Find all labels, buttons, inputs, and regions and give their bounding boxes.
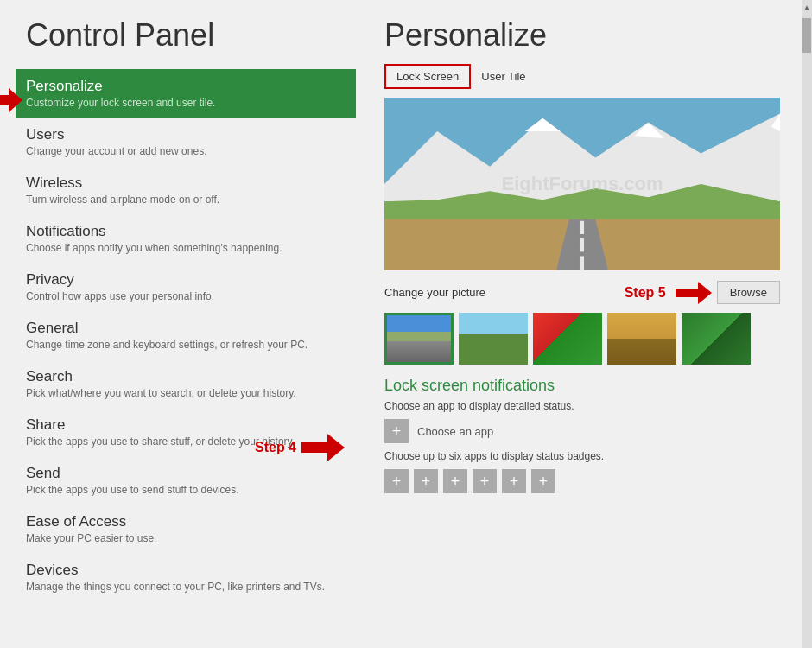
plus-icon-2: + (422, 473, 431, 491)
left-panel: Control Panel Personalize Customize your… (0, 0, 371, 648)
plus-icon: + (392, 422, 402, 441)
sidebar-item-personalize-title: Personalize (26, 78, 346, 95)
thumbnails-row (384, 313, 780, 365)
sidebar-item-ease-of-access-desc: Make your PC easier to use. (26, 532, 346, 544)
svg-rect-10 (580, 221, 584, 234)
sidebar-item-ease-of-access[interactable]: Ease of Access Make your PC easier to us… (26, 505, 346, 553)
detailed-status-desc: Choose an app to display detailed status… (384, 400, 780, 412)
sidebar-item-users-desc: Change your account or add new ones. (26, 145, 346, 157)
sidebar-item-users-title: Users (26, 126, 346, 143)
sidebar-item-general-title: General (26, 320, 346, 337)
sidebar-item-devices-title: Devices (26, 562, 346, 579)
sidebar-item-privacy-title: Privacy (26, 271, 346, 289)
sidebar-item-wireless-title: Wireless (26, 175, 346, 192)
lock-screen-notifications-section: Lock screen notifications Choose an app … (384, 377, 780, 493)
sidebar-item-search-title: Search (26, 368, 346, 385)
sidebar-item-share-title: Share (26, 416, 346, 434)
plus-icon-3: + (451, 473, 460, 491)
step4-label: Step 4 (255, 440, 296, 455)
panel-title: Control Panel (26, 17, 346, 54)
sidebar-item-send-title: Send (26, 465, 346, 482)
change-picture-row: Change your picture Step 5 Browse (384, 281, 780, 304)
add-detailed-app-button[interactable]: + (384, 419, 409, 443)
preview-scene-svg (384, 98, 780, 270)
plus-icon-1: + (392, 473, 402, 491)
lock-screen-preview: EightForums.com (384, 98, 780, 270)
red-arrow-personalize-icon (0, 88, 22, 112)
svg-rect-11 (580, 238, 584, 251)
tab-lock-screen[interactable]: Lock Screen (384, 64, 471, 89)
right-panel-title: Personalize (384, 17, 780, 54)
sidebar-item-notifications-title: Notifications (26, 223, 346, 240)
browse-button[interactable]: Browse (717, 281, 780, 304)
badges-row: + + + + + + (384, 469, 780, 493)
choose-app-label: Choose an app (417, 425, 493, 438)
add-badge-app-button-5[interactable]: + (502, 469, 526, 493)
thumbnail-clover[interactable] (682, 313, 751, 365)
sidebar-item-users[interactable]: Users Change your account or add new one… (26, 118, 346, 166)
tab-user-tile[interactable]: User Tile (471, 66, 536, 87)
sidebar-item-devices[interactable]: Devices Manage the things you connect to… (26, 553, 346, 601)
sidebar-item-wireless-desc: Turn wireless and airplane mode on or of… (26, 194, 346, 206)
sidebar-item-search[interactable]: Search Pick what/where you want to searc… (26, 359, 346, 408)
sidebar-item-devices-desc: Manage the things you connect to your PC… (26, 581, 346, 593)
sidebar-item-send[interactable]: Send Pick the apps you use to send stuff… (26, 456, 346, 505)
step5-arrow-icon (676, 282, 712, 304)
plus-icon-5: + (510, 473, 519, 491)
svg-marker-0 (0, 88, 22, 112)
sidebar-item-privacy[interactable]: Privacy Control how apps use your person… (26, 263, 346, 311)
sidebar-item-personalize[interactable]: Personalize Customize your lock screen a… (16, 69, 356, 118)
plus-icon-6: + (539, 473, 549, 491)
sidebar-item-general-desc: Change time zone and keyboard settings, … (26, 339, 346, 351)
choose-app-row: + Choose an app (384, 419, 780, 443)
chevron-up-icon: ▲ (803, 3, 810, 11)
sidebar-item-ease-of-access-title: Ease of Access (26, 513, 346, 530)
svg-rect-12 (580, 256, 584, 270)
tabs-bar: Lock Screen User Tile (384, 64, 780, 89)
scroll-up-arrow[interactable]: ▲ (802, 0, 812, 14)
sidebar-item-general[interactable]: General Change time zone and keyboard se… (26, 311, 346, 359)
add-badge-app-button-3[interactable]: + (443, 469, 467, 493)
scrollbar-thumb[interactable] (802, 18, 811, 53)
right-panel: Personalize Lock Screen User Tile (371, 0, 802, 648)
sidebar-item-privacy-desc: Control how apps use your personal info. (26, 290, 346, 302)
step4-arrow-icon (301, 434, 345, 461)
thumbnail-mountain-road[interactable] (384, 313, 454, 365)
sidebar-item-wireless[interactable]: Wireless Turn wireless and airplane mode… (26, 166, 346, 214)
step5-label: Step 5 (625, 285, 666, 301)
svg-marker-1 (301, 434, 345, 461)
add-badge-app-button-4[interactable]: + (473, 469, 497, 493)
add-badge-app-button-2[interactable]: + (414, 469, 438, 493)
sidebar-item-send-desc: Pick the apps you use to send stuff to d… (26, 484, 346, 496)
thumbnail-green-hills[interactable] (459, 313, 528, 365)
plus-icon-4: + (480, 473, 490, 491)
thumbnail-grass[interactable] (607, 313, 676, 365)
thumbnail-flowers[interactable] (533, 313, 602, 365)
sidebar-item-search-desc: Pick what/where you want to search, or d… (26, 387, 346, 399)
sidebar-item-notifications-desc: Choose if apps notify you when something… (26, 242, 346, 254)
svg-marker-13 (676, 282, 712, 304)
add-badge-app-button-6[interactable]: + (531, 469, 555, 493)
sidebar-item-notifications[interactable]: Notifications Choose if apps notify you … (26, 214, 346, 263)
sidebar-item-personalize-desc: Customize your lock screen and user tile… (26, 97, 346, 109)
add-badge-app-button-1[interactable]: + (384, 469, 409, 493)
notifications-title: Lock screen notifications (384, 377, 780, 395)
badges-desc: Choose up to six apps to display status … (384, 450, 780, 462)
scrollbar[interactable]: ▲ (802, 0, 812, 648)
change-picture-label: Change your picture (384, 286, 485, 299)
